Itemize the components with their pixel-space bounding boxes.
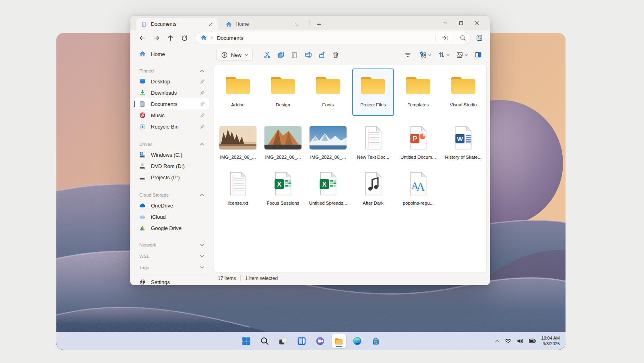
file-tile-text[interactable]: license.txt	[217, 167, 259, 214]
taskbar-clock[interactable]: 10:04 AM 9/3/2025	[541, 335, 560, 347]
file-tile-adobe[interactable]: Adobe	[217, 68, 259, 116]
search-button[interactable]	[458, 33, 468, 43]
up-button[interactable]	[164, 32, 176, 44]
filter-button[interactable]	[402, 49, 414, 61]
sidebar-section-wsl[interactable]: WSL	[134, 251, 209, 261]
chevron-down-icon[interactable]	[200, 244, 204, 246]
home-icon[interactable]	[200, 35, 207, 41]
file-tile-excel[interactable]: Untitled Spreads...	[307, 167, 349, 214]
sidebar-item-windows-c[interactable]: Windows (C:)	[134, 149, 209, 160]
sidebar-item-documents[interactable]: Documents	[134, 98, 209, 110]
tab-close-button[interactable]	[207, 21, 214, 28]
file-tile-image[interactable]: IMG_2022_06_...	[217, 121, 259, 168]
section-label: Drives	[139, 142, 153, 147]
wifi-icon[interactable]	[505, 338, 512, 344]
sidebar-section-cloud-storage[interactable]: Cloud Storage	[134, 190, 209, 200]
file-tile-visual-studio[interactable]: Visual Studio	[442, 68, 484, 116]
sidebar-item-settings[interactable]: Settings	[134, 276, 209, 288]
delete-button[interactable]	[330, 49, 342, 61]
chevron-down-icon	[464, 54, 468, 56]
chevron-down-icon[interactable]	[200, 255, 204, 257]
drive-icon	[139, 174, 146, 180]
rename-button[interactable]	[302, 49, 314, 61]
chevron-up-icon[interactable]	[200, 70, 204, 72]
new-button[interactable]: New	[216, 49, 253, 61]
gear-icon	[139, 279, 146, 285]
sort-button[interactable]	[436, 49, 452, 61]
sidebar-item-label: OneDrive	[151, 203, 173, 209]
file-explorer-button[interactable]	[332, 334, 346, 348]
taskbar-search-button[interactable]	[258, 334, 272, 348]
address-bar[interactable]: Documents	[195, 32, 471, 44]
volume-icon[interactable]	[517, 338, 524, 344]
arrow-right-icon	[153, 35, 160, 41]
chevron-down-icon	[446, 54, 450, 56]
minimize-button[interactable]	[437, 17, 453, 29]
file-tile-word[interactable]: History of Skate...	[442, 121, 484, 168]
windows-start-icon	[241, 336, 251, 346]
file-tile-text[interactable]: New Text Doc...	[352, 121, 394, 168]
copy-button[interactable]	[275, 49, 287, 61]
file-tile-templates[interactable]: Templates	[397, 68, 439, 116]
tab-documents[interactable]: Documents	[136, 18, 218, 30]
sidebar-item-recycle-bin[interactable]: Recycle Bin	[134, 121, 209, 132]
chevron-up-icon[interactable]	[200, 143, 204, 145]
breadcrumb[interactable]: Documents	[217, 35, 432, 41]
sidebar-item-icloud[interactable]: iCloud	[134, 211, 209, 222]
file-name: Project Files	[360, 102, 386, 107]
cut-button[interactable]	[261, 49, 273, 61]
file-tile-excel[interactable]: Focus Sessions	[262, 167, 304, 214]
sidebar-section-tags[interactable]: Tags	[134, 263, 209, 272]
maximize-button[interactable]	[453, 17, 469, 29]
file-tile-font[interactable]: poppins-regu...	[397, 167, 439, 214]
sidebar-item-desktop[interactable]: Desktop	[134, 76, 209, 87]
sidebar-item-home[interactable]: Home	[134, 48, 209, 60]
new-tab-button[interactable]	[314, 19, 324, 29]
status-center-button[interactable]	[474, 32, 485, 44]
start-button[interactable]	[239, 334, 254, 348]
layout-button[interactable]	[418, 49, 433, 61]
go-to-button[interactable]	[440, 33, 450, 43]
folder-icon	[450, 75, 477, 96]
preview-button[interactable]	[454, 49, 470, 61]
sidebar-section-pinned[interactable]: Pinned	[134, 66, 209, 76]
close-button[interactable]	[469, 17, 485, 29]
tab-home[interactable]: Home	[221, 18, 303, 30]
chevron-up-icon[interactable]	[200, 194, 204, 196]
share-button[interactable]	[316, 49, 328, 61]
paste-button[interactable]	[289, 49, 301, 61]
file-tile-fonts[interactable]: Fonts	[307, 68, 349, 116]
file-tile-project-files-selected[interactable]: Project Files	[352, 68, 394, 116]
forward-button[interactable]	[150, 32, 162, 44]
file-tile-image[interactable]: IMG_2022_06_...	[307, 121, 349, 168]
chat-button[interactable]	[313, 334, 328, 348]
file-tile-audio[interactable]: After Dark	[352, 167, 394, 214]
taskbar-icons	[239, 332, 383, 350]
sidebar-divider	[134, 274, 209, 274]
chevron-down-icon[interactable]	[200, 266, 204, 269]
tray-chevron-button[interactable]	[495, 340, 500, 342]
file-tile-image[interactable]: IMG_2022_06_...	[262, 121, 304, 168]
sidebar-item-onedrive[interactable]: OneDrive	[134, 200, 209, 211]
sidebar-section-network[interactable]: Network	[134, 240, 209, 250]
refresh-button[interactable]	[178, 32, 190, 44]
sidebar-item-projects-p[interactable]: Projects (P:)	[134, 172, 209, 183]
photo-thumbnail	[310, 126, 347, 149]
sidebar-item-google-drive[interactable]: Google Drive	[134, 222, 209, 234]
store-button[interactable]	[369, 334, 383, 348]
preview-pane-toggle[interactable]	[472, 49, 484, 61]
section-label: Network	[139, 243, 156, 247]
tab-close-button[interactable]	[292, 21, 299, 28]
share-icon	[318, 51, 326, 58]
sidebar-section-drives[interactable]: Drives	[134, 139, 209, 149]
sidebar-item-dvd-d[interactable]: DVD Rom (D:)	[134, 160, 209, 172]
sidebar-item-downloads[interactable]: Downloads	[134, 87, 209, 98]
task-view-button[interactable]	[276, 334, 291, 348]
widgets-button[interactable]	[295, 334, 309, 348]
sidebar-item-music[interactable]: Music	[134, 110, 209, 121]
battery-icon[interactable]	[529, 338, 536, 344]
file-tile-powerpoint[interactable]: Untitled Docum...	[397, 121, 439, 168]
back-button[interactable]	[136, 32, 148, 44]
edge-button[interactable]	[350, 334, 365, 348]
file-tile-design[interactable]: Design	[262, 68, 304, 116]
